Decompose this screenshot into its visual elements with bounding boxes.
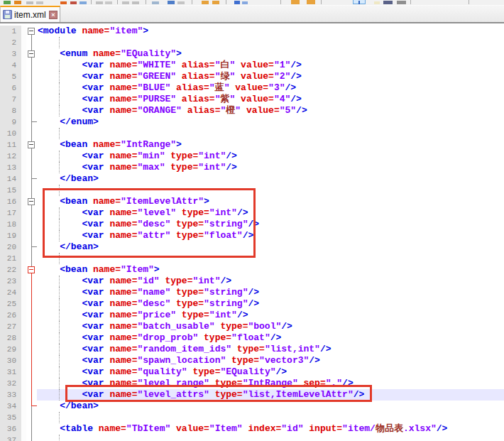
fold-toggle-icon[interactable]	[28, 198, 35, 205]
code-line[interactable]: 20 </bean>	[0, 241, 504, 253]
code-line[interactable]: 31 <var name="quality" type="EQuality"/>	[0, 366, 504, 378]
code-line[interactable]: 33 <var name="level_attrs" type="list,It…	[0, 389, 504, 401]
code-line[interactable]: 24 <var name="name" type="string"/>	[0, 287, 504, 298]
code-line[interactable]: 26 <var name="price" type="int"/>	[0, 310, 504, 321]
code-line[interactable]: 37	[0, 435, 504, 441]
code-line[interactable]: 5 <var name="GREEN" alias="绿" value="2"/…	[0, 71, 504, 82]
code-text[interactable]: <bean name="IntRange">	[37, 139, 504, 151]
code-text[interactable]	[37, 253, 504, 264]
code-text[interactable]: <var name="name" type="string"/>	[37, 287, 504, 298]
code-line[interactable]: 23 <var name="id" type="int"/>	[0, 276, 504, 287]
fold-toggle-icon[interactable]	[28, 141, 35, 148]
code-line[interactable]: 4 <var name="WHITE" alias="白" value="1"/…	[0, 60, 504, 71]
toolbar-icon-fragment[interactable]	[177, 1, 185, 4]
code-line[interactable]: 18 <var name="desc" type="string"/>	[0, 219, 504, 230]
code-line[interactable]: 28 <var name="drop_prob" type="float"/>	[0, 332, 504, 344]
code-line[interactable]: 9 </enum>	[0, 116, 504, 128]
code-line[interactable]: 32 <var name="level_range" type="IntRang…	[0, 378, 504, 389]
code-text[interactable]: <var name="level_attrs" type="list,ItemL…	[37, 389, 504, 401]
toolbar-icon-fragment[interactable]	[307, 0, 315, 4]
code-text[interactable]: <var name="PURSE" alias="紫" value="4"/>	[37, 94, 504, 105]
code-line[interactable]: 29 <var name="random_item_ids" type="lis…	[0, 344, 504, 355]
code-text[interactable]: <var name="max" type="int"/>	[37, 162, 504, 173]
code-text[interactable]: <var name="ORANGE" alias="橙" value="5"/>	[37, 105, 504, 116]
toolbar-icon-fragment[interactable]	[291, 0, 300, 4]
code-text[interactable]: <var name="attr" type="float"/>	[37, 230, 504, 241]
code-line[interactable]: 16 <bean name="ItemLevelAttr">	[0, 196, 504, 207]
code-line[interactable]: 25 <var name="desc" type="string"/>	[0, 298, 504, 310]
code-line[interactable]: 36 <table name="TbItem" value="Item" ind…	[0, 423, 504, 435]
toolbar-icon-fragment[interactable]	[105, 1, 112, 4]
toolbar-icon-fragment[interactable]	[132, 1, 139, 4]
toolbar-icon-fragment[interactable]	[152, 1, 159, 4]
toolbar-icon-fragment[interactable]	[374, 1, 380, 4]
code-text[interactable]: </bean>	[37, 241, 504, 253]
toolbar-icon-fragment[interactable]	[26, 1, 33, 4]
code-text[interactable]	[37, 435, 504, 441]
code-line[interactable]: 11 <bean name="IntRange">	[0, 139, 504, 151]
code-text[interactable]: <var name="desc" type="string"/>	[37, 298, 504, 310]
fold-toggle-icon[interactable]	[28, 266, 35, 273]
code-line[interactable]: 7 <var name="PURSE" alias="紫" value="4"/…	[0, 94, 504, 105]
code-text[interactable]: <var name="quality" type="EQuality"/>	[37, 366, 504, 378]
toolbar-icon-fragment[interactable]	[80, 1, 87, 4]
toolbar-icon-fragment[interactable]	[14, 1, 21, 4]
code-text[interactable]: <var name="min" type="int"/>	[37, 151, 504, 162]
code-text[interactable]: <var name="spawn_location" type="vector3…	[37, 355, 504, 366]
code-line[interactable]: 35	[0, 412, 504, 423]
code-line[interactable]: 21	[0, 253, 504, 264]
tab-item-xml[interactable]: item.xml ×	[0, 6, 60, 22]
code-text[interactable]: <bean name="Item">	[37, 264, 504, 276]
code-text[interactable]: <var name="price" type="int"/>	[37, 310, 504, 321]
code-line[interactable]: 2	[0, 37, 504, 48]
toolbar-icon-fragment[interactable]	[122, 1, 129, 4]
code-text[interactable]: </bean>	[37, 173, 504, 185]
code-text[interactable]: <var name="level" type="int"/>	[37, 207, 504, 219]
toolbar-icon-fragment[interactable]	[96, 1, 103, 4]
code-text[interactable]: <var name="BLUE" alias="蓝" value="3"/>	[37, 82, 504, 94]
code-line[interactable]: 8 <var name="ORANGE" alias="橙" value="5"…	[0, 105, 504, 116]
code-line[interactable]: 22 <bean name="Item">	[0, 264, 504, 276]
code-line[interactable]: 34 </bean>	[0, 401, 504, 412]
close-tab-icon[interactable]: ×	[49, 11, 57, 19]
code-line[interactable]: 27 <var name="batch_usable" type="bool"/…	[0, 321, 504, 332]
code-text[interactable]: </bean>	[37, 401, 504, 412]
code-line[interactable]: 30 <var name="spawn_location" type="vect…	[0, 355, 504, 366]
toolbar-icon-fragment[interactable]	[353, 0, 366, 4]
code-text[interactable]	[37, 185, 504, 196]
toolbar-icon-fragment[interactable]	[4, 1, 11, 4]
code-text[interactable]	[37, 412, 504, 423]
code-text[interactable]: <var name="GREEN" alias="绿" value="2"/>	[37, 71, 504, 82]
toolbar-icon-fragment[interactable]	[70, 1, 77, 4]
toolbar-icon-fragment[interactable]	[212, 1, 219, 4]
toolbar-icon-fragment[interactable]	[234, 1, 240, 4]
code-text[interactable]: <var name="batch_usable" type="bool"/>	[37, 321, 504, 332]
toolbar-icon-fragment[interactable]	[397, 1, 406, 4]
code-line[interactable]: 12 <var name="min" type="int"/>	[0, 151, 504, 162]
toolbar-icon-fragment[interactable]	[168, 1, 175, 4]
code-text[interactable]: <enum name="EQuality">	[37, 48, 504, 60]
toolbar-icon-fragment[interactable]	[202, 1, 209, 4]
code-text[interactable]	[37, 128, 504, 139]
code-text[interactable]: <var name="drop_prob" type="float"/>	[37, 332, 504, 344]
editor-pane[interactable]: 1<module name="item">23 <enum name="EQua…	[0, 23, 504, 441]
code-text[interactable]: <var name="WHITE" alias="白" value="1"/>	[37, 60, 504, 71]
code-line[interactable]: 19 <var name="attr" type="float"/>	[0, 230, 504, 241]
code-line[interactable]: 3 <enum name="EQuality">	[0, 48, 504, 60]
code-text[interactable]: <table name="TbItem" value="Item" index=…	[37, 423, 504, 435]
code-line[interactable]: 13 <var name="max" type="int"/>	[0, 162, 504, 173]
code-text[interactable]: <var name="random_item_ids" type="list,i…	[37, 344, 504, 355]
code-line[interactable]: 17 <var name="level" type="int"/>	[0, 207, 504, 219]
code-line[interactable]: 10	[0, 128, 504, 139]
fold-toggle-icon[interactable]	[28, 50, 35, 58]
toolbar-icon-fragment[interactable]	[383, 1, 393, 4]
code-text[interactable]: <module name="item">	[37, 26, 504, 37]
fold-toggle-icon[interactable]	[28, 28, 35, 35]
code-text[interactable]: </enum>	[37, 116, 504, 128]
code-text[interactable]: <var name="id" type="int"/>	[37, 276, 504, 287]
code-text[interactable]: <bean name="ItemLevelAttr">	[37, 196, 504, 207]
code-line[interactable]: 1<module name="item">	[0, 26, 504, 37]
code-line[interactable]: 15	[0, 185, 504, 196]
toolbar-icon-fragment[interactable]	[242, 1, 248, 4]
code-line[interactable]: 6 <var name="BLUE" alias="蓝" value="3"/>	[0, 82, 504, 94]
